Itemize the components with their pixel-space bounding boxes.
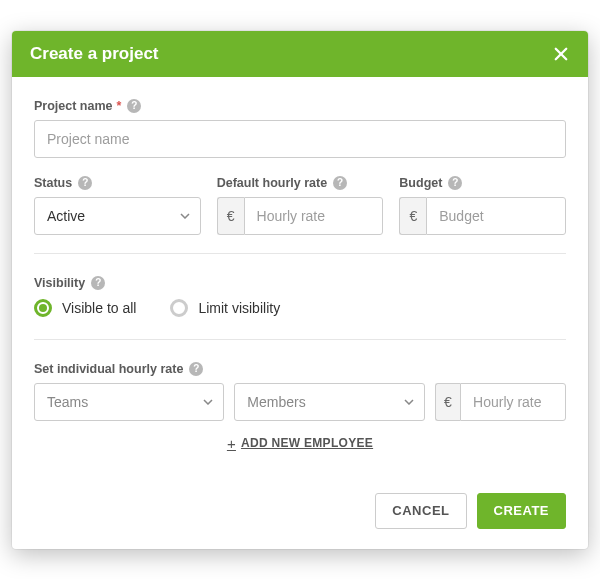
members-select[interactable]: Members: [234, 383, 424, 421]
divider: [34, 253, 566, 254]
modal-title: Create a project: [30, 44, 159, 64]
individual-rate-field: Set individual hourly rate ? Teams Membe…: [34, 362, 566, 453]
budget-label-row: Budget ?: [399, 176, 566, 190]
members-select-wrap: Members: [234, 383, 424, 421]
required-marker: *: [117, 99, 122, 113]
budget-field: Budget ? €: [399, 176, 566, 235]
radio-checked-icon: [34, 299, 52, 317]
visibility-radio-all[interactable]: Visible to all: [34, 299, 136, 317]
individual-rate-label-row: Set individual hourly rate ?: [34, 362, 566, 376]
help-icon[interactable]: ?: [91, 276, 105, 290]
close-button[interactable]: [552, 45, 570, 63]
visibility-all-label: Visible to all: [62, 300, 136, 316]
teams-placeholder: Teams: [47, 394, 88, 410]
project-name-label: Project name: [34, 99, 113, 113]
plus-icon: +: [227, 435, 236, 452]
modal-header: Create a project: [12, 31, 588, 77]
project-name-field: Project name * ?: [34, 99, 566, 158]
visibility-limit-label: Limit visibility: [198, 300, 280, 316]
visibility-radio-row: Visible to all Limit visibility: [34, 299, 566, 317]
budget-input[interactable]: [426, 197, 566, 235]
status-value: Active: [47, 208, 85, 224]
status-select[interactable]: Active: [34, 197, 201, 235]
visibility-label: Visibility: [34, 276, 85, 290]
radio-unchecked-icon: [170, 299, 188, 317]
individual-rate-input[interactable]: [460, 383, 566, 421]
create-button[interactable]: CREATE: [477, 493, 566, 529]
close-icon: [552, 45, 570, 63]
visibility-field: Visibility ? Visible to all Limit visibi…: [34, 276, 566, 317]
status-select-wrap: Active: [34, 197, 201, 235]
cancel-button[interactable]: CANCEL: [375, 493, 466, 529]
add-employee-link[interactable]: + Add new employee: [227, 435, 373, 452]
individual-rate-row: Teams Members €: [34, 383, 566, 421]
hourly-rate-input[interactable]: [244, 197, 384, 235]
project-name-input[interactable]: [34, 120, 566, 158]
hourly-rate-field: Default hourly rate ? €: [217, 176, 384, 235]
individual-rate-input-group: €: [435, 383, 566, 421]
status-field: Status ? Active: [34, 176, 201, 235]
currency-prefix: €: [435, 383, 460, 421]
divider: [34, 339, 566, 340]
create-project-modal: Create a project Project name * ? Status…: [12, 31, 588, 549]
members-placeholder: Members: [247, 394, 305, 410]
modal-body: Project name * ? Status ? Active: [12, 77, 588, 479]
currency-prefix: €: [217, 197, 244, 235]
project-name-label-row: Project name * ?: [34, 99, 566, 113]
help-icon[interactable]: ?: [333, 176, 347, 190]
help-icon[interactable]: ?: [78, 176, 92, 190]
status-label-row: Status ?: [34, 176, 201, 190]
modal-footer: CANCEL CREATE: [12, 479, 588, 549]
teams-select-wrap: Teams: [34, 383, 224, 421]
budget-input-group: €: [399, 197, 566, 235]
add-employee-row: + Add new employee: [34, 435, 566, 453]
individual-rate-label: Set individual hourly rate: [34, 362, 183, 376]
hourly-rate-label-row: Default hourly rate ?: [217, 176, 384, 190]
help-icon[interactable]: ?: [448, 176, 462, 190]
budget-label: Budget: [399, 176, 442, 190]
visibility-label-row: Visibility ?: [34, 276, 566, 290]
add-employee-label: Add new employee: [241, 436, 373, 450]
hourly-rate-label: Default hourly rate: [217, 176, 327, 190]
help-icon[interactable]: ?: [189, 362, 203, 376]
hourly-rate-input-group: €: [217, 197, 384, 235]
status-rate-budget-row: Status ? Active Default hourly rate ?: [34, 176, 566, 235]
visibility-radio-limit[interactable]: Limit visibility: [170, 299, 280, 317]
teams-select[interactable]: Teams: [34, 383, 224, 421]
status-label: Status: [34, 176, 72, 190]
currency-prefix: €: [399, 197, 426, 235]
help-icon[interactable]: ?: [127, 99, 141, 113]
